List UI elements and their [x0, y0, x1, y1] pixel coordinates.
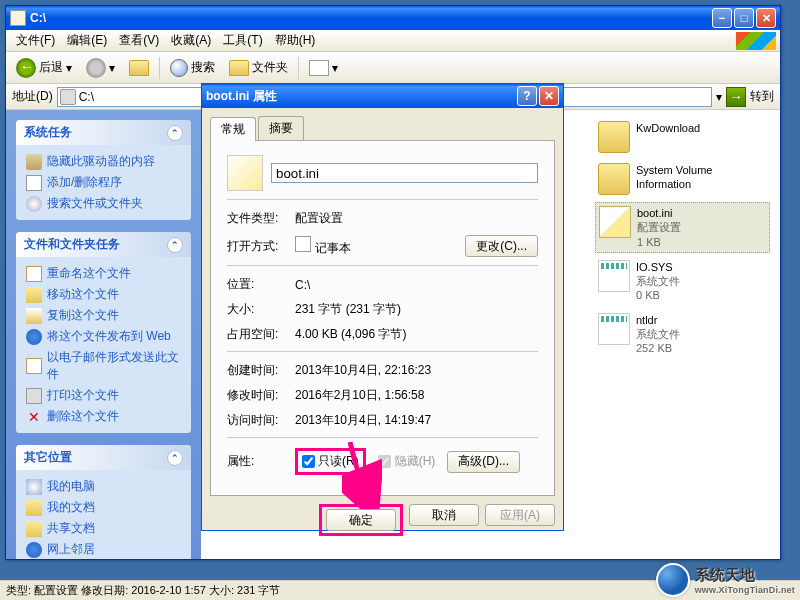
search-button[interactable]: 搜索: [166, 57, 219, 79]
menu-file[interactable]: 文件(F): [10, 30, 61, 51]
search-icon: [170, 59, 188, 77]
move-icon: [26, 287, 42, 303]
address-label: 地址(D): [12, 88, 53, 105]
place-shared-docs[interactable]: 共享文档: [26, 518, 181, 539]
drive-icon: [26, 154, 42, 170]
back-label: 后退: [39, 59, 63, 76]
hidden-label: 隐藏(H): [395, 453, 436, 470]
disk-value: 4.00 KB (4,096 字节): [295, 326, 538, 343]
copy-icon: [26, 308, 42, 324]
attributes-label: 属性:: [227, 453, 287, 470]
watermark-url: www.XiTongTianDi.net: [695, 585, 795, 595]
open-with-value: 记事本: [295, 236, 457, 257]
status-text: 类型: 配置设置 修改日期: 2016-2-10 1:57 大小: 231 字节: [6, 583, 280, 598]
task-rename[interactable]: 重命名这个文件: [26, 263, 181, 284]
location-value: C:\: [295, 278, 538, 292]
tab-summary[interactable]: 摘要: [258, 116, 304, 140]
notepad-icon: [295, 236, 311, 252]
separator: [298, 57, 299, 79]
dialog-title: boot.ini 属性: [206, 88, 517, 105]
size-label: 大小:: [227, 301, 287, 318]
watermark: 系统天地 www.XiTongTianDi.net: [656, 563, 795, 597]
drive-icon: [10, 10, 26, 26]
created-value: 2013年10月4日, 22:16:23: [295, 362, 538, 379]
tab-strip: 常规 摘要: [210, 116, 555, 141]
file-item[interactable]: IO.SYS系统文件0 KB: [595, 257, 770, 306]
menu-view[interactable]: 查看(V): [113, 30, 165, 51]
forward-button[interactable]: ▾: [82, 56, 119, 80]
file-item-selected[interactable]: boot.ini配置设置1 KB: [595, 202, 770, 253]
titlebar[interactable]: C:\ − □ ✕: [6, 6, 780, 30]
folders-button[interactable]: 文件夹: [225, 57, 292, 78]
menubar: 文件(F) 编辑(E) 查看(V) 收藏(A) 工具(T) 帮助(H): [6, 30, 780, 52]
close-button[interactable]: ✕: [539, 86, 559, 106]
menu-tools[interactable]: 工具(T): [217, 30, 268, 51]
file-item[interactable]: KwDownload: [595, 118, 770, 156]
panel-header[interactable]: 文件和文件夹任务 ⌃: [16, 232, 191, 257]
apply-button[interactable]: 应用(A): [485, 504, 555, 526]
place-my-computer[interactable]: 我的电脑: [26, 476, 181, 497]
advanced-button[interactable]: 高级(D)...: [447, 451, 520, 473]
type-label: 文件类型:: [227, 210, 287, 227]
panel-title: 文件和文件夹任务: [24, 236, 120, 253]
back-button[interactable]: 后退 ▾: [12, 56, 76, 80]
readonly-highlight: 只读(R): [295, 448, 366, 475]
up-button[interactable]: [125, 58, 153, 78]
open-with-label: 打开方式:: [227, 238, 287, 255]
cancel-button[interactable]: 取消: [409, 504, 479, 526]
panel-header[interactable]: 其它位置 ⌃: [16, 445, 191, 470]
readonly-checkbox[interactable]: [302, 455, 315, 468]
minimize-button[interactable]: −: [712, 8, 732, 28]
chevron-down-icon: ▾: [66, 61, 72, 75]
tab-content: 文件类型:配置设置 打开方式: 记事本 更改(C)... 位置:C:\ 大小:2…: [210, 141, 555, 496]
accessed-value: 2013年10月4日, 14:19:47: [295, 412, 538, 429]
properties-dialog: boot.ini 属性 ? ✕ 常规 摘要 文件类型:配置设置 打开方式: 记事…: [201, 83, 564, 531]
maximize-button[interactable]: □: [734, 8, 754, 28]
window-title: C:\: [30, 11, 712, 25]
task-delete[interactable]: ✕删除这个文件: [26, 406, 181, 427]
folders-label: 文件夹: [252, 59, 288, 76]
sidebar: 系统任务 ⌃ 隐藏此驱动器的内容 添加/删除程序 搜索文件或文件夹 文件和文件夹…: [6, 110, 201, 559]
go-button[interactable]: →: [726, 87, 746, 107]
close-button[interactable]: ✕: [756, 8, 776, 28]
sys-file-icon: [598, 260, 630, 292]
task-add-remove[interactable]: 添加/删除程序: [26, 172, 181, 193]
forward-icon: [86, 58, 106, 78]
watermark-cn: 系统天地: [695, 566, 795, 585]
panel-header[interactable]: 系统任务 ⌃: [16, 120, 191, 145]
hidden-checkbox: [378, 455, 391, 468]
task-copy[interactable]: 复制这个文件: [26, 305, 181, 326]
modified-label: 修改时间:: [227, 387, 287, 404]
place-my-documents[interactable]: 我的文档: [26, 497, 181, 518]
system-tasks-panel: 系统任务 ⌃ 隐藏此驱动器的内容 添加/删除程序 搜索文件或文件夹: [16, 120, 191, 220]
menu-help[interactable]: 帮助(H): [269, 30, 322, 51]
change-button[interactable]: 更改(C)...: [465, 235, 538, 257]
dialog-titlebar[interactable]: boot.ini 属性 ? ✕: [202, 84, 563, 108]
task-hide-drive[interactable]: 隐藏此驱动器的内容: [26, 151, 181, 172]
place-network[interactable]: 网上邻居: [26, 539, 181, 559]
file-item[interactable]: System Volume Information: [595, 160, 770, 198]
chevron-up-icon: ⌃: [167, 450, 183, 466]
task-print[interactable]: 打印这个文件: [26, 385, 181, 406]
help-button[interactable]: ?: [517, 86, 537, 106]
network-icon: [26, 542, 42, 558]
search-label: 搜索: [191, 59, 215, 76]
search-icon: [26, 196, 42, 212]
ok-button[interactable]: 确定: [326, 509, 396, 531]
menu-edit[interactable]: 编辑(E): [61, 30, 113, 51]
readonly-label: 只读(R): [318, 453, 359, 470]
file-item[interactable]: ntldr系统文件252 KB: [595, 310, 770, 359]
chevron-down-icon: ▾: [332, 61, 338, 75]
chevron-up-icon: ⌃: [167, 237, 183, 253]
folder-icon: [598, 163, 630, 195]
tab-general[interactable]: 常规: [210, 117, 256, 141]
task-search[interactable]: 搜索文件或文件夹: [26, 193, 181, 214]
panel-title: 系统任务: [24, 124, 72, 141]
task-email[interactable]: 以电子邮件形式发送此文件: [26, 347, 181, 385]
chevron-down-icon[interactable]: ▾: [716, 90, 722, 104]
task-move[interactable]: 移动这个文件: [26, 284, 181, 305]
task-publish-web[interactable]: 将这个文件发布到 Web: [26, 326, 181, 347]
menu-favorites[interactable]: 收藏(A): [165, 30, 217, 51]
filename-input[interactable]: [271, 163, 538, 183]
views-button[interactable]: ▾: [305, 58, 342, 78]
